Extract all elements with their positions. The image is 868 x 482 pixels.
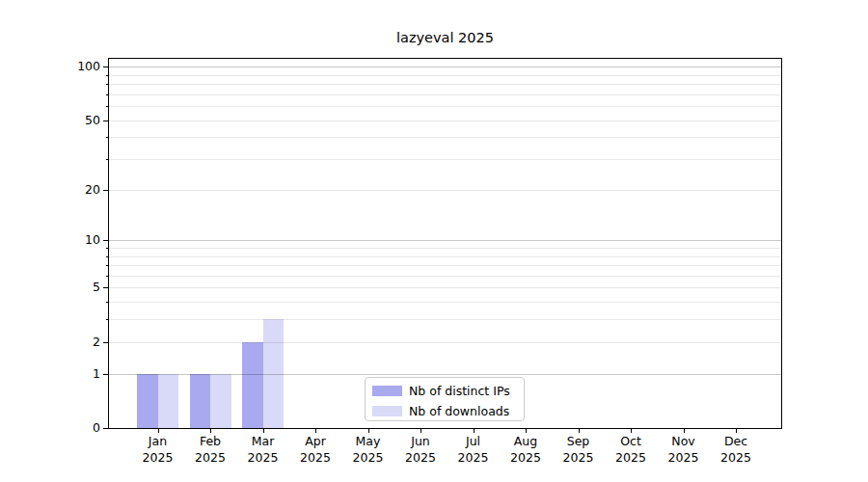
y-tick-mark [103, 374, 108, 375]
x-tick-mark [684, 429, 685, 433]
y-tick-mark [103, 240, 108, 241]
x-tick-mark [420, 429, 421, 433]
minor-gridline [109, 75, 781, 76]
x-tick-month: Dec [697, 434, 774, 450]
minor-gridline [109, 159, 781, 160]
major-gridline [109, 240, 781, 241]
x-tick-mark [158, 429, 159, 433]
y-minor-tick-mark [106, 120, 109, 121]
y-tick-label: 5 [39, 280, 100, 295]
legend-label-distinct-ips: Nb of distinct IPs [409, 384, 510, 399]
x-tick-mark [263, 429, 264, 433]
y-tick-mark [103, 67, 108, 67]
x-tick-year: 2025 [697, 450, 774, 467]
chart-title: lazyeval 2025 [108, 30, 782, 46]
y-minor-tick-mark [106, 106, 109, 107]
x-tick-mark [579, 429, 580, 433]
legend-row-downloads: Nb of downloads [372, 402, 524, 420]
y-tick-label: 1 [39, 366, 100, 382]
minor-gridline [109, 190, 781, 191]
bar-nb-of-distinct-ips [137, 374, 158, 428]
x-tick-mark [631, 429, 632, 433]
x-tick-mark [368, 429, 369, 433]
plot-area [108, 58, 782, 429]
minor-gridline [109, 106, 781, 107]
minor-gridline [109, 319, 781, 320]
y-tick-mark [103, 428, 108, 429]
x-tick-mark [474, 429, 475, 433]
bar-nb-of-downloads [210, 374, 231, 428]
x-tick-label: Dec2025 [697, 434, 774, 466]
x-tick-mark [315, 429, 316, 433]
y-tick-label: 0 [39, 420, 100, 436]
legend-row-distinct-ips: Nb of distinct IPs [372, 382, 524, 400]
y-minor-tick-mark [106, 319, 109, 320]
y-minor-tick-mark [106, 256, 109, 257]
minor-gridline [109, 248, 781, 249]
major-gridline [109, 67, 781, 67]
x-tick-mark [210, 429, 211, 433]
minor-gridline [109, 276, 781, 277]
y-minor-tick-mark [106, 287, 109, 288]
minor-gridline [109, 265, 781, 266]
bar-nb-of-distinct-ips [242, 342, 263, 428]
y-minor-tick-mark [106, 302, 109, 303]
major-gridline [109, 374, 781, 375]
legend-label-downloads: Nb of downloads [409, 404, 509, 419]
y-minor-tick-mark [106, 75, 109, 76]
bar-nb-of-distinct-ips [190, 374, 211, 428]
x-tick-mark [526, 429, 527, 433]
y-minor-tick-mark [106, 265, 109, 266]
minor-gridline [109, 120, 781, 121]
y-minor-tick-mark [106, 159, 109, 160]
minor-gridline [109, 137, 781, 138]
y-tick-label: 10 [39, 232, 100, 248]
y-minor-tick-mark [106, 342, 109, 343]
legend-swatch-downloads [372, 406, 402, 416]
y-minor-tick-mark [106, 276, 109, 277]
y-tick-label: 2 [39, 335, 100, 350]
minor-gridline [109, 256, 781, 257]
y-minor-tick-mark [106, 190, 109, 191]
minor-gridline [109, 302, 781, 303]
figure: lazyeval 2025 0125102050100Jan2025Feb202… [0, 0, 868, 482]
y-minor-tick-mark [106, 137, 109, 138]
minor-gridline [109, 84, 781, 85]
y-minor-tick-mark [106, 248, 109, 249]
bar-nb-of-downloads [158, 374, 179, 428]
minor-gridline [109, 287, 781, 288]
y-minor-tick-mark [106, 84, 109, 85]
minor-gridline [109, 94, 781, 95]
y-tick-label: 20 [39, 182, 100, 198]
x-tick-mark [736, 429, 737, 433]
y-tick-label: 50 [39, 113, 100, 128]
y-minor-tick-mark [106, 94, 109, 95]
y-tick-label: 100 [39, 59, 100, 74]
legend-swatch-distinct-ips [372, 386, 402, 396]
legend: Nb of distinct IPs Nb of downloads [365, 377, 525, 421]
minor-gridline [109, 342, 781, 343]
